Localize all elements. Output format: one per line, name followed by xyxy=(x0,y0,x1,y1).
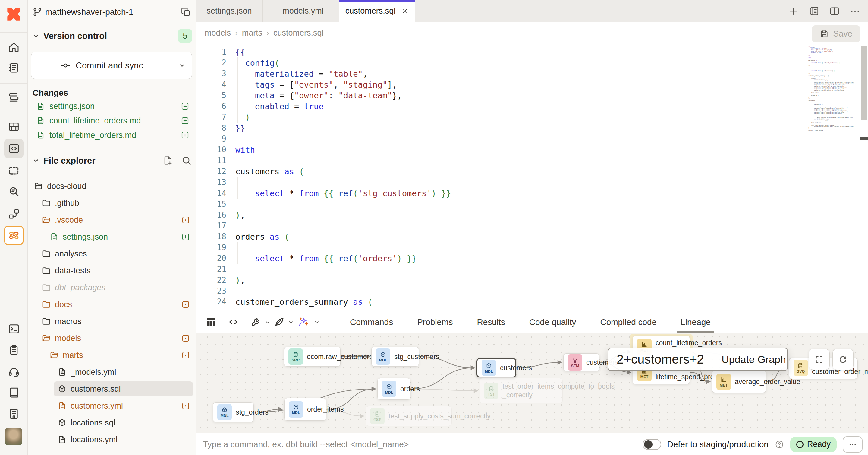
tab-_models.yml[interactable]: _models.yml xyxy=(262,0,339,22)
more-options-button[interactable] xyxy=(843,436,863,453)
plus-icon[interactable] xyxy=(788,5,799,17)
branch-selector[interactable]: matthewshaver-patch-1 xyxy=(28,0,195,24)
scrollbar-thumb[interactable] xyxy=(861,46,867,120)
tree-item-models[interactable]: models xyxy=(28,330,195,347)
breadcrumb-item[interactable]: models xyxy=(205,28,231,38)
tree-item-docs[interactable]: docs xyxy=(28,296,195,313)
rail-item-stack[interactable] xyxy=(4,88,24,107)
breadcrumb-item[interactable]: customers.sql xyxy=(273,28,324,38)
lineage-node-customers[interactable]: MDLcustomers xyxy=(476,358,516,377)
rail-item-notebook[interactable] xyxy=(4,58,24,77)
rail-item-search-doc[interactable] xyxy=(4,182,24,201)
list-icon[interactable] xyxy=(808,5,820,17)
code-icon[interactable] xyxy=(227,315,240,329)
commit-and-sync-button[interactable]: Commit and sync xyxy=(31,52,192,79)
format-pen-icon[interactable] xyxy=(273,315,286,329)
fullscreen-button[interactable] xyxy=(809,349,830,370)
rail-item-dashed-window[interactable] xyxy=(4,161,24,180)
lineage-node-customers_sem[interactable]: SEMcustomers xyxy=(563,353,599,371)
lineage-node-order_items[interactable]: MDLorder_items xyxy=(284,398,327,421)
modified-badge-icon[interactable] xyxy=(181,215,191,225)
new-file-icon[interactable] xyxy=(162,155,173,166)
tab-settings.json[interactable]: settings.json xyxy=(196,0,262,22)
added-badge-icon[interactable] xyxy=(180,101,190,111)
code-editor[interactable]: 1{{2 config(3 materialized = "table",4 t… xyxy=(196,45,868,311)
rail-item-terminal[interactable] xyxy=(4,319,24,339)
copy-icon[interactable] xyxy=(181,7,191,18)
modified-badge-icon[interactable] xyxy=(181,401,191,411)
wrench-icon[interactable] xyxy=(250,315,263,329)
console-tab-problems[interactable]: Problems xyxy=(405,311,465,333)
editor-minimap[interactable]: {{ config( materialized = "table", tags … xyxy=(808,46,854,133)
tree-item-locations.yml[interactable]: locations.yml xyxy=(28,431,195,448)
version-control-header[interactable]: Version control 5 xyxy=(31,29,192,43)
ellipsis-icon[interactable] xyxy=(849,5,861,17)
changed-file-row[interactable]: settings.json xyxy=(28,99,195,113)
rail-item-clipboard[interactable] xyxy=(4,340,24,360)
editor-scrollbar[interactable] xyxy=(860,45,868,311)
tree-item-analyses[interactable]: analyses xyxy=(28,245,195,262)
avatar[interactable] xyxy=(5,428,22,445)
tree-item-.github[interactable]: .github xyxy=(28,195,195,211)
lineage-canvas[interactable]: SRCecom.raw_customersMDLstg_customersMDL… xyxy=(196,333,868,433)
close-icon[interactable] xyxy=(401,7,409,15)
lineage-node-test_supply[interactable]: TSTtest_supply_costs_sum_correctly xyxy=(366,406,452,426)
console-tab-commands[interactable]: Commands xyxy=(338,311,405,333)
lineage-search-input[interactable]: 2+customers+2 xyxy=(608,348,720,370)
rail-item-copilot[interactable] xyxy=(4,226,24,245)
changed-file-row[interactable]: count_lifetime_orders.md xyxy=(28,113,195,128)
rail-item-code-window[interactable] xyxy=(4,139,24,158)
tree-item-.vscode[interactable]: .vscode xyxy=(28,211,195,228)
file-explorer-header[interactable]: File explorer xyxy=(31,155,192,166)
rail-item-building[interactable] xyxy=(4,404,24,424)
added-badge-icon[interactable] xyxy=(181,232,191,242)
lineage-node-orders[interactable]: MDLorders xyxy=(377,378,410,400)
search-icon[interactable] xyxy=(181,155,192,166)
modified-badge-icon[interactable] xyxy=(181,350,191,360)
refresh-button[interactable] xyxy=(832,349,854,370)
chevron-down-icon[interactable] xyxy=(313,319,320,326)
modified-badge-icon[interactable] xyxy=(181,299,191,310)
chevron-down-icon[interactable] xyxy=(287,319,294,326)
lineage-node-test_order_items[interactable]: TSTtest_order_items_compute_to_bools _co… xyxy=(479,378,563,403)
status-badge[interactable]: Ready xyxy=(790,437,837,452)
tree-item-macros[interactable]: macros xyxy=(28,313,195,330)
rail-item-headset[interactable] xyxy=(4,362,24,382)
help-icon[interactable] xyxy=(775,439,784,449)
tree-item-data-tests[interactable]: data-tests xyxy=(28,262,195,279)
chevron-down-icon[interactable] xyxy=(31,31,40,40)
commit-dropdown[interactable] xyxy=(172,52,192,79)
modified-badge-icon[interactable] xyxy=(181,333,191,343)
tree-item-locations.sql[interactable]: locations.sql xyxy=(28,414,195,431)
update-graph-button[interactable]: Update Graph xyxy=(720,348,787,370)
defer-toggle[interactable] xyxy=(643,439,661,450)
rail-item-book[interactable] xyxy=(4,382,24,402)
rail-item-flow[interactable] xyxy=(4,204,24,224)
breadcrumb-item[interactable]: marts xyxy=(242,28,262,38)
lineage-node-stg_customers[interactable]: MDLstg_customers xyxy=(371,347,419,367)
tree-item-docs-cloud[interactable]: docs-cloud xyxy=(28,178,195,195)
rail-item-home[interactable] xyxy=(4,37,24,57)
tree-item-customers.yml[interactable]: customers.yml xyxy=(28,397,195,414)
console-tab-code-quality[interactable]: Code quality xyxy=(517,311,588,333)
chevron-down-icon[interactable] xyxy=(264,319,271,326)
save-button[interactable]: Save xyxy=(812,25,860,42)
added-badge-icon[interactable] xyxy=(180,130,190,140)
split-icon[interactable] xyxy=(829,5,840,17)
wand-icon[interactable] xyxy=(297,315,310,329)
tree-item-customers.sql[interactable]: customers.sql xyxy=(28,380,195,397)
tree-item-_models.yml[interactable]: _models.yml xyxy=(28,364,195,380)
chevron-down-icon[interactable] xyxy=(31,156,40,165)
tab-customers.sql[interactable]: customers.sql xyxy=(339,0,415,22)
changed-file-row[interactable]: total_lifetime_orders.md xyxy=(28,128,195,142)
tree-item-dbt_packages[interactable]: dbt_packages xyxy=(28,279,195,296)
console-tab-lineage[interactable]: Lineage xyxy=(669,311,723,333)
console-tab-compiled-code[interactable]: Compiled code xyxy=(588,311,669,333)
tree-item-settings.json[interactable]: settings.json xyxy=(28,228,195,245)
added-badge-icon[interactable] xyxy=(180,116,190,126)
lineage-node-raw_customers[interactable]: SRCecom.raw_customers xyxy=(284,347,341,367)
table-icon[interactable] xyxy=(204,315,218,329)
command-input[interactable]: Type a command, ex. dbt build --select <… xyxy=(203,433,409,455)
console-tab-results[interactable]: Results xyxy=(465,311,517,333)
tree-item-marts[interactable]: marts xyxy=(28,347,195,364)
